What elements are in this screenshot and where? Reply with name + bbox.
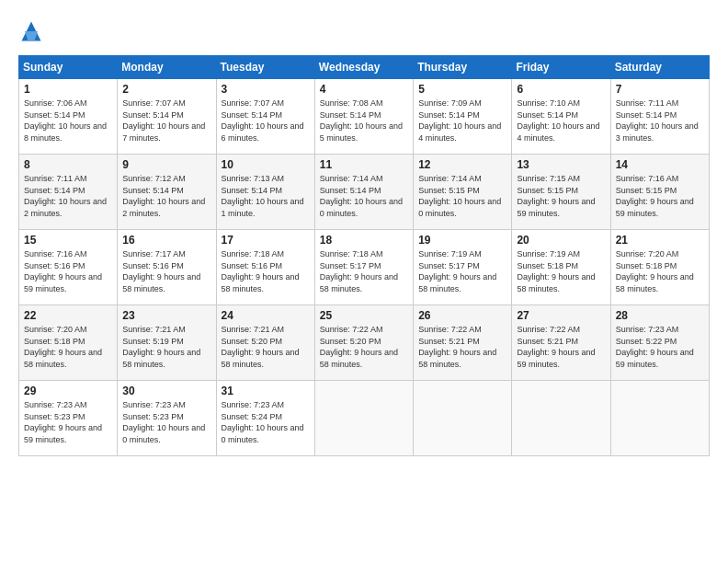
day-number: 28 — [616, 309, 704, 322]
day-info: Sunrise: 7:14 AMSunset: 5:15 PMDaylight:… — [418, 174, 501, 218]
calendar-cell: 13Sunrise: 7:15 AMSunset: 5:15 PMDayligh… — [512, 155, 610, 230]
calendar-cell: 3Sunrise: 7:07 AMSunset: 5:14 PMDaylight… — [216, 79, 314, 155]
calendar-cell: 19Sunrise: 7:19 AMSunset: 5:17 PMDayligh… — [414, 230, 512, 305]
calendar-cell: 9Sunrise: 7:12 AMSunset: 5:14 PMDaylight… — [118, 155, 216, 230]
calendar-cell: 28Sunrise: 7:23 AMSunset: 5:22 PMDayligh… — [610, 305, 709, 381]
weekday-header-friday: Friday — [512, 56, 610, 79]
day-number: 1 — [24, 83, 112, 96]
weekday-header-saturday: Saturday — [610, 56, 709, 79]
day-number: 30 — [122, 385, 210, 397]
calendar-cell: 26Sunrise: 7:22 AMSunset: 5:21 PMDayligh… — [414, 305, 512, 381]
day-info: Sunrise: 7:18 AMSunset: 5:16 PMDaylight:… — [222, 249, 300, 293]
calendar-cell: 25Sunrise: 7:22 AMSunset: 5:20 PMDayligh… — [314, 305, 413, 381]
day-number: 12 — [418, 158, 506, 171]
calendar-cell: 12Sunrise: 7:14 AMSunset: 5:15 PMDayligh… — [414, 155, 512, 230]
calendar-cell: 15Sunrise: 7:16 AMSunset: 5:16 PMDayligh… — [19, 230, 118, 305]
day-info: Sunrise: 7:10 AMSunset: 5:14 PMDaylight:… — [517, 98, 599, 143]
day-number: 13 — [517, 158, 605, 171]
calendar-week-3: 15Sunrise: 7:16 AMSunset: 5:16 PMDayligh… — [19, 230, 710, 305]
day-info: Sunrise: 7:11 AMSunset: 5:14 PMDaylight:… — [616, 98, 699, 143]
weekday-header-tuesday: Tuesday — [216, 56, 314, 79]
day-number: 17 — [222, 234, 310, 247]
day-number: 5 — [418, 83, 506, 96]
calendar-cell: 6Sunrise: 7:10 AMSunset: 5:14 PMDaylight… — [512, 79, 610, 155]
calendar-cell: 18Sunrise: 7:18 AMSunset: 5:17 PMDayligh… — [314, 230, 413, 305]
day-info: Sunrise: 7:22 AMSunset: 5:20 PMDaylight:… — [320, 325, 398, 369]
weekday-header-row: SundayMondayTuesdayWednesdayThursdayFrid… — [19, 56, 710, 79]
weekday-header-thursday: Thursday — [414, 56, 512, 79]
day-number: 19 — [418, 234, 506, 247]
calendar-cell: 14Sunrise: 7:16 AMSunset: 5:15 PMDayligh… — [610, 155, 709, 230]
day-info: Sunrise: 7:19 AMSunset: 5:17 PMDaylight:… — [418, 249, 496, 293]
calendar-cell — [314, 381, 413, 456]
day-number: 25 — [320, 309, 408, 322]
calendar-cell: 22Sunrise: 7:20 AMSunset: 5:18 PMDayligh… — [19, 305, 118, 381]
day-number: 31 — [222, 385, 310, 397]
day-info: Sunrise: 7:18 AMSunset: 5:17 PMDaylight:… — [320, 249, 398, 293]
day-info: Sunrise: 7:16 AMSunset: 5:16 PMDaylight:… — [24, 249, 102, 293]
day-number: 27 — [517, 309, 605, 322]
day-info: Sunrise: 7:20 AMSunset: 5:18 PMDaylight:… — [616, 249, 694, 293]
calendar-cell — [414, 381, 512, 456]
day-number: 8 — [24, 158, 112, 171]
calendar-week-5: 29Sunrise: 7:23 AMSunset: 5:23 PMDayligh… — [19, 381, 710, 456]
day-info: Sunrise: 7:11 AMSunset: 5:14 PMDaylight:… — [24, 174, 107, 218]
calendar-cell: 23Sunrise: 7:21 AMSunset: 5:19 PMDayligh… — [118, 305, 216, 381]
calendar-week-1: 1Sunrise: 7:06 AMSunset: 5:14 PMDaylight… — [19, 79, 710, 155]
weekday-header-monday: Monday — [118, 56, 216, 79]
calendar-cell: 29Sunrise: 7:23 AMSunset: 5:23 PMDayligh… — [19, 381, 118, 456]
calendar-cell: 24Sunrise: 7:21 AMSunset: 5:20 PMDayligh… — [216, 305, 314, 381]
day-info: Sunrise: 7:14 AMSunset: 5:14 PMDaylight:… — [320, 174, 403, 218]
header — [18, 18, 710, 44]
day-info: Sunrise: 7:06 AMSunset: 5:14 PMDaylight:… — [24, 98, 107, 143]
day-info: Sunrise: 7:20 AMSunset: 5:18 PMDaylight:… — [24, 325, 102, 369]
calendar-cell: 20Sunrise: 7:19 AMSunset: 5:18 PMDayligh… — [512, 230, 610, 305]
calendar-cell: 1Sunrise: 7:06 AMSunset: 5:14 PMDaylight… — [19, 79, 118, 155]
calendar: SundayMondayTuesdayWednesdayThursdayFrid… — [18, 55, 710, 456]
day-number: 22 — [24, 309, 112, 322]
calendar-cell: 7Sunrise: 7:11 AMSunset: 5:14 PMDaylight… — [610, 79, 709, 155]
page: SundayMondayTuesdayWednesdayThursdayFrid… — [0, 0, 728, 563]
day-info: Sunrise: 7:17 AMSunset: 5:16 PMDaylight:… — [122, 249, 200, 293]
calendar-cell: 4Sunrise: 7:08 AMSunset: 5:14 PMDaylight… — [314, 79, 413, 155]
day-number: 2 — [122, 83, 210, 96]
calendar-cell: 8Sunrise: 7:11 AMSunset: 5:14 PMDaylight… — [19, 155, 118, 230]
calendar-cell: 10Sunrise: 7:13 AMSunset: 5:14 PMDayligh… — [216, 155, 314, 230]
day-info: Sunrise: 7:23 AMSunset: 5:23 PMDaylight:… — [122, 400, 205, 444]
calendar-cell: 21Sunrise: 7:20 AMSunset: 5:18 PMDayligh… — [610, 230, 709, 305]
day-info: Sunrise: 7:07 AMSunset: 5:14 PMDaylight:… — [122, 98, 205, 143]
day-info: Sunrise: 7:07 AMSunset: 5:14 PMDaylight:… — [222, 98, 304, 143]
day-number: 14 — [616, 158, 704, 171]
day-info: Sunrise: 7:08 AMSunset: 5:14 PMDaylight:… — [320, 98, 403, 143]
day-number: 4 — [320, 83, 408, 96]
calendar-week-4: 22Sunrise: 7:20 AMSunset: 5:18 PMDayligh… — [19, 305, 710, 381]
calendar-cell: 11Sunrise: 7:14 AMSunset: 5:14 PMDayligh… — [314, 155, 413, 230]
calendar-cell: 30Sunrise: 7:23 AMSunset: 5:23 PMDayligh… — [118, 381, 216, 456]
day-number: 23 — [122, 309, 210, 322]
day-info: Sunrise: 7:22 AMSunset: 5:21 PMDaylight:… — [517, 325, 595, 369]
calendar-week-2: 8Sunrise: 7:11 AMSunset: 5:14 PMDaylight… — [19, 155, 710, 230]
day-number: 26 — [418, 309, 506, 322]
day-number: 10 — [222, 158, 310, 171]
weekday-header-sunday: Sunday — [19, 56, 118, 79]
day-number: 6 — [517, 83, 605, 96]
day-info: Sunrise: 7:19 AMSunset: 5:18 PMDaylight:… — [517, 249, 595, 293]
day-number: 29 — [24, 385, 112, 397]
day-info: Sunrise: 7:12 AMSunset: 5:14 PMDaylight:… — [122, 174, 205, 218]
calendar-cell: 17Sunrise: 7:18 AMSunset: 5:16 PMDayligh… — [216, 230, 314, 305]
calendar-cell: 31Sunrise: 7:23 AMSunset: 5:24 PMDayligh… — [216, 381, 314, 456]
day-info: Sunrise: 7:22 AMSunset: 5:21 PMDaylight:… — [418, 325, 496, 369]
day-number: 7 — [616, 83, 704, 96]
weekday-header-wednesday: Wednesday — [314, 56, 413, 79]
day-info: Sunrise: 7:21 AMSunset: 5:20 PMDaylight:… — [222, 325, 300, 369]
day-number: 21 — [616, 234, 704, 247]
logo — [18, 18, 46, 44]
day-info: Sunrise: 7:09 AMSunset: 5:14 PMDaylight:… — [418, 98, 501, 143]
day-info: Sunrise: 7:23 AMSunset: 5:23 PMDaylight:… — [24, 400, 102, 444]
logo-icon — [18, 18, 44, 44]
calendar-cell: 2Sunrise: 7:07 AMSunset: 5:14 PMDaylight… — [118, 79, 216, 155]
day-info: Sunrise: 7:13 AMSunset: 5:14 PMDaylight:… — [222, 174, 304, 218]
day-number: 16 — [122, 234, 210, 247]
day-number: 15 — [24, 234, 112, 247]
day-info: Sunrise: 7:23 AMSunset: 5:22 PMDaylight:… — [616, 325, 694, 369]
